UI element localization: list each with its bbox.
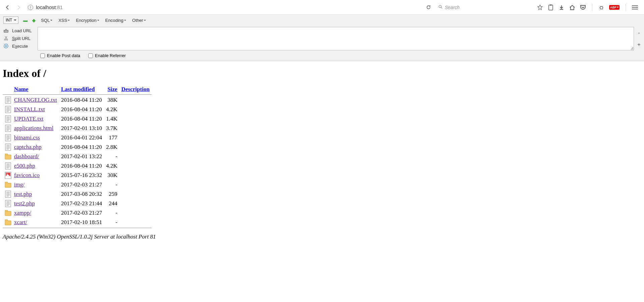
menu-encryption[interactable]: Encryption bbox=[75, 17, 100, 24]
execute-button[interactable]: Execute bbox=[3, 43, 35, 49]
server-signature: Apache/2.4.25 (Win32) OpenSSL/1.0.2j Ser… bbox=[3, 233, 641, 240]
collapse-minus[interactable]: - bbox=[638, 30, 640, 36]
svg-point-14 bbox=[4, 39, 6, 40]
file-modified: 2017-02-03 21:27 bbox=[59, 180, 104, 189]
hackbar-panel: INT ▬ ◆ SQL XSS Encryption Encoding Othe… bbox=[0, 15, 644, 61]
file-size: 1.4K bbox=[104, 114, 119, 124]
file-icon bbox=[3, 161, 12, 171]
search-bar[interactable]: Search bbox=[436, 2, 533, 12]
file-link[interactable]: xampp/ bbox=[14, 210, 31, 216]
file-modified: 2017-02-01 13:10 bbox=[59, 124, 104, 133]
file-link[interactable]: INSTALL.txt bbox=[14, 106, 45, 113]
load-url-button[interactable]: Load URL bbox=[3, 28, 35, 34]
file-size: - bbox=[104, 152, 119, 161]
plus-icon[interactable]: ◆ bbox=[32, 18, 36, 23]
file-size: 30K bbox=[104, 171, 119, 180]
split-url-button[interactable]: Split URL bbox=[3, 35, 35, 41]
svg-point-65 bbox=[7, 174, 8, 175]
load-url-label: Load URL bbox=[12, 28, 32, 33]
sort-modified-link[interactable]: Last modified bbox=[61, 86, 95, 92]
file-modified: 2016-08-04 11:20 bbox=[59, 114, 104, 124]
file-desc bbox=[119, 161, 152, 171]
page-title: Index of / bbox=[3, 67, 641, 80]
file-link[interactable]: bitnami.css bbox=[14, 134, 40, 141]
file-link[interactable]: applications.html bbox=[14, 125, 54, 131]
header-modified: Last modified bbox=[59, 85, 104, 94]
url-host: localhost bbox=[36, 4, 56, 10]
file-modified: 2016-08-04 11:20 bbox=[59, 95, 104, 105]
split-url-label: Split URL bbox=[12, 36, 31, 41]
file-name-cell: e500.php bbox=[12, 161, 59, 171]
menu-sql[interactable]: SQL bbox=[40, 17, 53, 24]
downloads-icon[interactable] bbox=[558, 4, 565, 10]
menu-other[interactable]: Other bbox=[131, 17, 147, 24]
abp-icon[interactable]: ABP▾ bbox=[609, 5, 620, 10]
table-row: dashboard/2017-02-01 13:22- bbox=[3, 152, 152, 161]
referrer-checkbox-label: Enable Referrer bbox=[95, 53, 126, 58]
sort-desc-link[interactable]: Description bbox=[121, 86, 150, 92]
directory-listing-table: Name Last modified Size Description CHAN… bbox=[3, 85, 152, 229]
post-checkbox-input[interactable] bbox=[40, 53, 45, 58]
header-desc: Description bbox=[119, 85, 152, 94]
sort-name-link[interactable]: Name bbox=[14, 86, 28, 92]
file-link[interactable]: test.php bbox=[14, 191, 32, 197]
file-link[interactable]: test2.php bbox=[14, 200, 35, 207]
file-size: - bbox=[104, 180, 119, 189]
file-name-cell: test.php bbox=[12, 189, 59, 199]
file-name-cell: favicon.ico bbox=[12, 171, 59, 180]
pocket-icon[interactable] bbox=[580, 4, 586, 10]
file-modified: 2017-02-01 13:22 bbox=[59, 152, 104, 161]
svg-point-0 bbox=[439, 5, 441, 7]
svg-rect-3 bbox=[550, 4, 552, 5]
referrer-checkbox-input[interactable] bbox=[88, 53, 93, 58]
file-name-cell: UPDATE.txt bbox=[12, 114, 59, 124]
enable-post-checkbox[interactable]: Enable Post data bbox=[40, 53, 80, 58]
file-modified: 2016-08-04 11:20 bbox=[59, 142, 104, 152]
clipboard-icon[interactable] bbox=[548, 4, 554, 10]
browser-toolbar: i localhost:81 Search ABP▾ bbox=[0, 0, 644, 15]
file-desc bbox=[119, 105, 152, 114]
hackbar-textarea[interactable] bbox=[38, 27, 634, 50]
home-icon[interactable] bbox=[569, 4, 575, 10]
file-modified: 2017-02-10 18:51 bbox=[59, 218, 104, 227]
file-link[interactable]: captcha.php bbox=[14, 144, 42, 150]
file-size: 259 bbox=[104, 189, 119, 199]
bug-icon[interactable] bbox=[598, 4, 604, 10]
file-modified: 2016-04-01 22:04 bbox=[59, 133, 104, 142]
file-desc bbox=[119, 114, 152, 124]
file-link[interactable]: UPDATE.txt bbox=[14, 116, 43, 122]
file-size: 3.7K bbox=[104, 124, 119, 133]
bookmark-star-icon[interactable] bbox=[537, 4, 543, 10]
minus-icon[interactable]: ▬ bbox=[23, 18, 28, 23]
file-desc bbox=[119, 142, 152, 152]
execute-label: Execute bbox=[12, 44, 28, 49]
file-icon bbox=[3, 189, 12, 199]
file-link[interactable]: favicon.ico bbox=[14, 172, 40, 178]
sort-size-link[interactable]: Size bbox=[108, 86, 117, 92]
svg-rect-80 bbox=[5, 221, 11, 225]
file-name-cell: applications.html bbox=[12, 124, 59, 133]
url-bar[interactable]: i localhost:81 bbox=[25, 2, 420, 12]
back-button[interactable] bbox=[3, 2, 13, 12]
hackbar-options: Enable Post data Enable Referrer bbox=[0, 52, 644, 61]
file-name-cell: bitnami.css bbox=[12, 133, 59, 142]
menu-xss[interactable]: XSS bbox=[58, 17, 70, 24]
menu-button[interactable] bbox=[632, 4, 638, 10]
file-link[interactable]: dashboard/ bbox=[14, 153, 39, 160]
hackbar-type-select[interactable]: INT bbox=[3, 16, 18, 24]
info-icon[interactable]: i bbox=[28, 5, 33, 10]
menu-encoding[interactable]: Encoding bbox=[105, 17, 127, 24]
file-link[interactable]: CHANGELOG.txt bbox=[14, 97, 57, 103]
file-desc bbox=[119, 189, 152, 199]
enable-referrer-checkbox[interactable]: Enable Referrer bbox=[88, 53, 126, 58]
reload-button[interactable] bbox=[424, 3, 433, 12]
forward-button[interactable] bbox=[13, 2, 23, 12]
expand-plus[interactable]: + bbox=[637, 42, 640, 48]
file-link[interactable]: e500.php bbox=[14, 163, 35, 169]
svg-marker-19 bbox=[5, 45, 7, 47]
scissors-icon bbox=[3, 36, 9, 41]
file-link[interactable]: img/ bbox=[14, 181, 24, 188]
file-link[interactable]: xcart/ bbox=[14, 219, 27, 225]
file-icon bbox=[3, 124, 12, 133]
svg-line-10 bbox=[602, 9, 603, 9]
